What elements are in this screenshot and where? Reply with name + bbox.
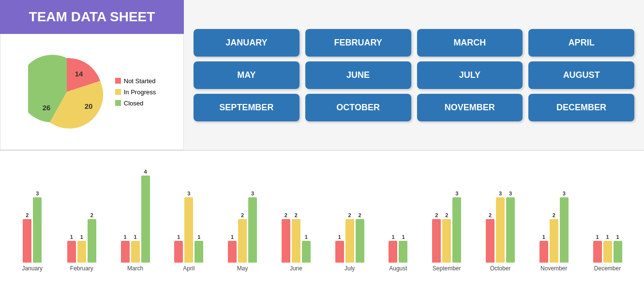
bar-wrapper-yellow: 2 bbox=[442, 212, 451, 263]
month-axis-label: March bbox=[127, 265, 143, 272]
bar-wrapper-yellow: 2 bbox=[345, 212, 354, 263]
bar-red bbox=[389, 241, 397, 263]
month-axis-label: August bbox=[389, 265, 407, 272]
btn-december[interactable]: DECEMBER bbox=[528, 94, 634, 121]
legend-label-not-started: Not Started bbox=[124, 77, 156, 85]
bar-wrapper-green: 1 bbox=[614, 234, 622, 263]
bar-value-label: 3 bbox=[251, 191, 254, 196]
legend-dot-red bbox=[115, 78, 121, 84]
bar-red bbox=[23, 219, 31, 263]
bar-value-label: 3 bbox=[455, 191, 458, 196]
bars-row: 221 bbox=[282, 212, 311, 263]
bar-wrapper-green: 2 bbox=[88, 212, 96, 263]
bar-wrapper-green: 4 bbox=[141, 169, 150, 263]
legend-label-closed: Closed bbox=[124, 100, 143, 107]
bars-row: 122 bbox=[335, 212, 364, 263]
btn-march[interactable]: MARCH bbox=[417, 29, 523, 57]
month-axis-label: February bbox=[70, 265, 93, 272]
bar-value-label: 2 bbox=[26, 212, 29, 218]
bar-wrapper-green: 1 bbox=[195, 234, 203, 263]
bar-value-label: 4 bbox=[144, 169, 147, 175]
month-row-1: JANUARY FEBRUARY MARCH APRIL bbox=[194, 29, 634, 57]
btn-july[interactable]: JULY bbox=[417, 61, 523, 89]
btn-january[interactable]: JANUARY bbox=[194, 29, 300, 57]
month-axis-label: April bbox=[183, 265, 195, 272]
bar-yellow bbox=[442, 219, 451, 263]
bar-red bbox=[335, 241, 344, 263]
bar-value-label: 2 bbox=[553, 212, 555, 218]
btn-february[interactable]: FEBRUARY bbox=[305, 29, 411, 57]
bars-row: 131 bbox=[174, 191, 203, 263]
bars-row: 112 bbox=[67, 212, 96, 263]
bar-value-label: 2 bbox=[295, 212, 298, 218]
btn-may[interactable]: MAY bbox=[194, 61, 300, 89]
bar-value-label: 1 bbox=[80, 234, 83, 240]
legend-in-progress: In Progress bbox=[115, 88, 156, 96]
bar-value-label: 1 bbox=[177, 234, 180, 240]
bar-value-label: 3 bbox=[499, 191, 502, 196]
bar-yellow bbox=[292, 219, 300, 263]
bar-wrapper-green: 1 bbox=[399, 234, 407, 263]
bar-group-march: 114March bbox=[121, 169, 150, 272]
left-panel: TEAM DATA SHEET 14 20 2 bbox=[0, 0, 184, 150]
bars-row: 123 bbox=[228, 191, 257, 263]
bar-wrapper-red: 1 bbox=[389, 234, 397, 263]
legend-label-in-progress: In Progress bbox=[124, 88, 156, 96]
svg-text:26: 26 bbox=[42, 103, 50, 112]
bar-value-label: 2 bbox=[348, 212, 351, 218]
bar-group-november: 123November bbox=[539, 191, 569, 272]
month-axis-label: June bbox=[290, 265, 302, 272]
btn-november[interactable]: NOVEMBER bbox=[417, 94, 523, 121]
bar-green bbox=[452, 197, 461, 263]
bar-yellow bbox=[184, 197, 193, 263]
bars-row: 114 bbox=[121, 169, 150, 263]
month-row-2: MAY JUNE JULY AUGUST bbox=[194, 61, 634, 89]
month-axis-label: September bbox=[433, 265, 461, 272]
bar-yellow bbox=[131, 241, 140, 263]
month-axis-label: October bbox=[490, 265, 511, 272]
bar-red bbox=[486, 219, 494, 263]
bar-wrapper-yellow: 2 bbox=[292, 212, 300, 263]
bar-yellow bbox=[496, 197, 505, 263]
bar-value-label: 3 bbox=[509, 191, 512, 196]
bar-value-label: 2 bbox=[90, 212, 93, 218]
btn-june[interactable]: JUNE bbox=[305, 61, 411, 89]
legend-dot-yellow bbox=[115, 89, 121, 95]
bar-value-label: 2 bbox=[359, 212, 361, 218]
bar-value-label: 1 bbox=[305, 234, 308, 240]
bar-value-label: 1 bbox=[197, 234, 200, 240]
svg-text:20: 20 bbox=[84, 102, 92, 110]
bar-green bbox=[356, 219, 364, 263]
bar-group-october: 233October bbox=[486, 191, 515, 272]
bar-value-label: 1 bbox=[402, 234, 404, 240]
bar-wrapper-yellow: 3 bbox=[184, 191, 193, 263]
bar-red bbox=[539, 241, 548, 263]
btn-october[interactable]: OCTOBER bbox=[305, 94, 411, 121]
bars-row: 111 bbox=[593, 234, 622, 263]
btn-april[interactable]: APRIL bbox=[528, 29, 634, 57]
title-bar: TEAM DATA SHEET bbox=[0, 0, 184, 34]
bar-wrapper-green: 3 bbox=[560, 191, 569, 263]
bar-wrapper-yellow: 2 bbox=[550, 212, 558, 263]
bar-red bbox=[282, 219, 290, 263]
bar-green bbox=[614, 241, 622, 263]
bar-red bbox=[121, 241, 130, 263]
month-buttons-panel: JANUARY FEBRUARY MARCH APRIL MAY JUNE JU… bbox=[184, 0, 644, 150]
bars-row: 123 bbox=[539, 191, 569, 263]
btn-august[interactable]: AUGUST bbox=[528, 61, 634, 89]
bar-green bbox=[302, 241, 311, 263]
page-title: TEAM DATA SHEET bbox=[29, 9, 155, 25]
bar-group-may: 123May bbox=[228, 191, 257, 272]
bar-wrapper-red: 1 bbox=[335, 234, 344, 263]
bar-value-label: 1 bbox=[70, 234, 73, 240]
bar-yellow bbox=[603, 241, 612, 263]
bar-wrapper-red: 1 bbox=[228, 234, 237, 263]
bar-wrapper-red: 2 bbox=[432, 212, 441, 263]
bar-green bbox=[399, 241, 407, 263]
bar-group-july: 122July bbox=[335, 212, 364, 272]
bar-value-label: 1 bbox=[596, 234, 599, 240]
bar-green bbox=[506, 197, 515, 263]
btn-september[interactable]: SEPTEMBER bbox=[194, 94, 300, 121]
bar-value-label: 1 bbox=[391, 234, 394, 240]
bar-value-label: 3 bbox=[36, 191, 39, 196]
